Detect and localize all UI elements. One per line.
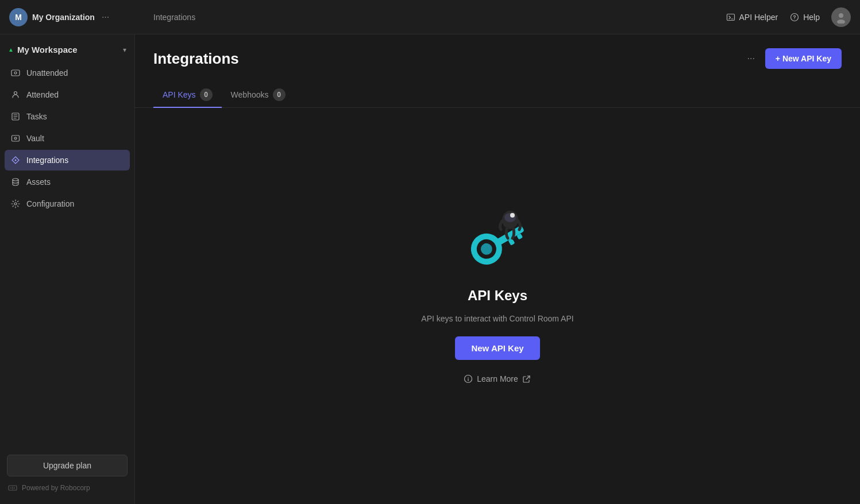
info-icon [463,374,473,384]
svg-point-23 [510,213,515,218]
learn-more-label: Learn More [477,374,518,383]
tabs-bar: API Keys 0 Webhooks 0 [135,73,860,108]
unattended-icon [10,68,21,78]
user-avatar[interactable] [831,7,851,27]
svg-point-2 [795,18,795,19]
new-api-key-button-header[interactable]: + New API Key [765,48,842,69]
help-button[interactable]: Help [789,12,820,22]
svg-point-6 [14,72,17,74]
svg-point-12 [15,160,17,161]
sidebar-item-label: Assets [26,177,51,187]
sidebar-footer: Upgrade plan Powered by Robocorp [0,448,134,499]
empty-state: API Keys API keys to interact with Contr… [135,108,860,504]
org-more-button[interactable]: ··· [102,12,109,22]
help-icon [789,12,800,22]
sidebar-item-label: Unattended [26,68,68,77]
tab-api-keys-count: 0 [200,88,213,101]
sidebar-item-vault[interactable]: Vault [5,128,130,149]
svg-rect-5 [11,70,20,76]
sidebar-item-integrations[interactable]: Integrations [5,150,130,170]
sidebar-nav: Unattended Attended Ta [0,60,134,216]
svg-point-14 [14,203,17,205]
svg-point-25 [468,377,469,378]
api-helper-label: API Helper [739,13,778,22]
sidebar-item-label: Integrations [26,156,68,165]
svg-point-17 [479,241,494,257]
page-title: Integrations [153,50,737,68]
topbar-right: API Helper Help [726,7,851,27]
chevron-down-icon: ▾ [123,46,126,54]
svg-point-3 [839,13,843,18]
sidebar-item-label: Attended [26,90,59,99]
empty-state-description: API keys to interact with Control Room A… [421,313,573,325]
breadcrumb: Integrations [153,13,195,22]
org-section: M My Organization ··· [9,8,144,26]
powered-by: Powered by Robocorp [7,483,128,493]
help-label: Help [803,13,820,22]
sidebar-item-label: Configuration [26,199,74,208]
tab-webhooks[interactable]: Webhooks 0 [222,83,295,108]
new-api-key-button-empty[interactable]: New API Key [455,336,539,360]
content-area: Integrations ··· + New API Key API Keys … [135,34,860,504]
org-name: My Organization [32,13,95,22]
svg-point-7 [14,92,17,95]
org-avatar[interactable]: M [9,8,28,26]
tab-webhooks-label: Webhooks [231,90,269,99]
svg-point-13 [13,179,18,181]
assets-icon [10,177,21,187]
svg-point-11 [15,138,16,138]
empty-state-title: API Keys [468,288,527,304]
attended-icon [10,90,21,100]
sidebar: ▲ My Workspace ▾ Unattended [0,34,135,504]
learn-more-link[interactable]: Learn More [463,374,532,384]
workspace-label: My Workspace [17,45,119,55]
workspace-triangle-icon: ▲ [8,46,14,53]
main-layout: ▲ My Workspace ▾ Unattended [0,34,860,504]
sidebar-item-label: Tasks [26,112,47,121]
external-link-icon [522,374,532,384]
topbar: M My Organization ··· Integrations API H… [0,0,860,34]
tab-webhooks-count: 0 [273,88,286,101]
sidebar-item-attended[interactable]: Attended [5,84,130,105]
svg-rect-0 [727,14,734,20]
configuration-icon [10,199,21,209]
api-helper-button[interactable]: API Helper [726,12,778,22]
sidebar-item-configuration[interactable]: Configuration [5,193,130,214]
sidebar-item-assets[interactable]: Assets [5,172,130,192]
api-helper-icon [726,12,736,22]
tab-api-keys-label: API Keys [163,90,196,99]
tab-api-keys[interactable]: API Keys 0 [153,83,222,108]
topbar-center: Integrations [144,13,726,22]
sidebar-item-tasks[interactable]: Tasks [5,106,130,127]
sidebar-item-unattended[interactable]: Unattended [5,63,130,83]
vault-icon [10,133,21,144]
integrations-icon [10,155,21,165]
workspace-selector[interactable]: ▲ My Workspace ▾ [0,39,134,60]
api-key-illustration [452,193,543,274]
upgrade-plan-button[interactable]: Upgrade plan [7,455,128,476]
content-header: Integrations ··· + New API Key [135,34,860,69]
svg-point-4 [837,20,845,24]
header-more-button[interactable]: ··· [744,50,758,67]
tasks-icon [10,111,21,122]
sidebar-item-label: Vault [26,134,44,143]
